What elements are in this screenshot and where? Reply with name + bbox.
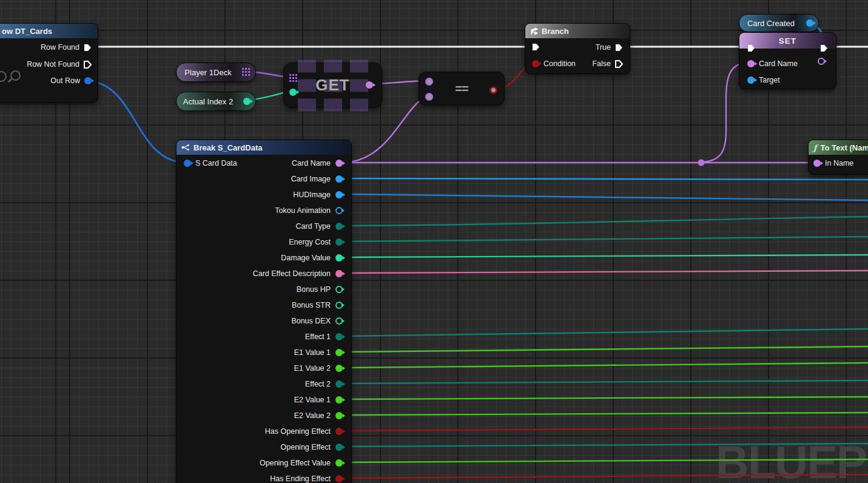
exec-in-pin[interactable] — [532, 42, 540, 53]
break-output-label: Energy Cost — [289, 238, 331, 246]
wire-outrow-scarddata[interactable] — [89, 81, 183, 163]
index-pin[interactable] — [289, 89, 297, 96]
pin-card-name[interactable]: Card Name — [747, 56, 798, 72]
node-branch[interactable]: Branch Condition True False — [525, 23, 630, 74]
pin-out-row[interactable]: Out Row — [50, 73, 92, 89]
branch-icon — [530, 27, 538, 35]
break-output-pin-card-effect-description[interactable] — [335, 270, 343, 277]
wire-e1-value-2[interactable] — [343, 363, 868, 368]
exec-out-pin[interactable] — [820, 44, 828, 55]
node-card-created-variable[interactable]: Card Created — [739, 14, 819, 32]
node-header-break[interactable]: Break S_CardData — [177, 140, 351, 155]
card-name-pin[interactable] — [747, 60, 755, 67]
break-output-label: Effect 1 — [305, 333, 331, 341]
condition-pin[interactable] — [532, 60, 539, 67]
break-output-pin-bonus-hp[interactable] — [335, 286, 343, 293]
exec-pin-icon[interactable] — [615, 60, 623, 68]
pin-row-found[interactable]: Row Found — [41, 39, 92, 55]
exec-pin-icon[interactable] — [615, 44, 623, 52]
break-output-pin-damage-value[interactable] — [335, 254, 343, 262]
wire-hudimage[interactable] — [343, 194, 868, 200]
wire-opening-effect-value[interactable] — [343, 459, 868, 462]
break-output-row: Card Effect Description — [177, 266, 351, 282]
wire-e1-value-1[interactable] — [343, 346, 868, 352]
break-output-pin-bonus-str[interactable] — [335, 302, 343, 309]
wire-card-effect-description[interactable] — [343, 271, 868, 273]
break-output-label: E2 Value 2 — [294, 411, 331, 420]
array-pin-icon[interactable] — [242, 68, 250, 76]
pin-in-name[interactable]: In Name — [813, 155, 853, 171]
break-output-pin-hudimage[interactable] — [335, 191, 343, 198]
node-get-datatable-row[interactable]: ow DT_Cards Row Found Row Not Found Out … — [0, 23, 98, 103]
node-player-deck-variable[interactable]: Player 1Deck — [176, 62, 256, 82]
wire-e2-value-2[interactable] — [343, 413, 868, 415]
exec-pin-icon[interactable] — [84, 44, 92, 52]
pin-true[interactable]: True — [596, 39, 623, 55]
equals-output-pin[interactable] — [490, 86, 497, 94]
break-output-pin-e1-value-1[interactable] — [335, 349, 343, 356]
get-output-pin[interactable] — [366, 81, 373, 89]
break-output-pin-opening-effect-value[interactable] — [335, 459, 343, 467]
wire-opening-effect[interactable] — [343, 444, 868, 447]
equals-input-b-pin[interactable] — [425, 93, 433, 101]
break-output-pin-effect-2[interactable] — [335, 380, 343, 388]
pin-target[interactable]: Target — [747, 72, 780, 88]
break-output-row: Tokou Animation — [177, 203, 351, 218]
pin-false[interactable]: False — [592, 56, 623, 72]
break-output-pin-card-type[interactable] — [335, 223, 343, 230]
break-output-pin-bonus-dex[interactable] — [335, 317, 343, 325]
wire-effect-1[interactable] — [343, 329, 868, 336]
break-output-pin-opening-effect[interactable] — [335, 444, 343, 451]
node-header-to-text[interactable]: ƒ To Text (Nam — [809, 140, 868, 155]
out-row-pin[interactable] — [84, 77, 92, 84]
reroute-node[interactable] — [698, 160, 705, 166]
node-header-branch[interactable]: Branch — [525, 24, 630, 38]
node-to-text-name[interactable]: ƒ To Text (Nam In Name — [808, 140, 868, 175]
break-output-label: Has Ending Effect — [270, 475, 331, 483]
wire-e2-value-1[interactable] — [343, 397, 868, 399]
pure-function-icon: ƒ — [813, 143, 817, 152]
node-break-s-carddata[interactable]: Break S_CardData S Card Data Card NameCa… — [176, 140, 352, 483]
wire-energy-cost[interactable] — [343, 237, 868, 242]
break-output-pin-tokou-animation[interactable] — [335, 207, 343, 214]
break-output-pin-card-name[interactable] — [335, 160, 343, 167]
node-title: Branch — [542, 27, 569, 36]
int-pin[interactable] — [243, 98, 251, 105]
node-set-card-name[interactable]: SET Card Name Target — [739, 32, 836, 89]
break-output-pin-card-image[interactable] — [335, 175, 343, 183]
target-pin[interactable] — [747, 76, 755, 84]
in-name-pin[interactable] — [813, 160, 821, 167]
array-input-pin-icon[interactable] — [289, 74, 297, 82]
blueprint-graph-canvas[interactable]: BLUEPRINT ow DT_Cards — [0, 0, 868, 483]
equals-input-a-pin[interactable] — [425, 78, 433, 86]
exec-in-pin[interactable] — [747, 44, 755, 55]
node-equals[interactable]: == — [419, 72, 505, 106]
node-title: ow DT_Cards — [2, 27, 52, 36]
wire-card-type[interactable] — [343, 217, 868, 226]
wire-card-image[interactable] — [343, 178, 868, 180]
wire-has-ending-effect[interactable] — [343, 475, 868, 478]
wire-has-opening-effect[interactable] — [343, 427, 868, 431]
wire-damage-value[interactable] — [343, 255, 868, 257]
break-output-pin-e1-value-2[interactable] — [335, 365, 343, 372]
break-output-pin-energy-cost[interactable] — [335, 238, 343, 246]
node-actual-index-variable[interactable]: Actual Index 2 — [176, 92, 256, 111]
break-output-pin-has-ending-effect[interactable] — [335, 475, 343, 482]
break-output-row: Has Opening Effect — [177, 424, 351, 439]
break-output-row: Effect 1 — [177, 329, 351, 345]
break-pins: Card NameCard ImageHUDImageTokou Animati… — [177, 155, 351, 483]
node-array-get[interactable]: GET — [283, 62, 382, 108]
break-output-row: Opening Effect Value — [177, 455, 351, 471]
pin-row-not-found[interactable]: Row Not Found — [27, 56, 92, 72]
search-icon — [10, 70, 21, 81]
card-created-pin[interactable] — [806, 19, 813, 27]
break-output-pin-has-opening-effect[interactable] — [335, 428, 343, 435]
card-name-output-pin[interactable] — [818, 58, 825, 65]
break-output-pin-e2-value-2[interactable] — [335, 412, 343, 419]
exec-pin-icon[interactable] — [84, 61, 92, 69]
node-header-dt-cards[interactable]: ow DT_Cards — [0, 24, 98, 38]
pin-condition[interactable]: Condition — [532, 56, 576, 72]
break-output-pin-e2-value-1[interactable] — [335, 396, 343, 404]
break-output-pin-effect-1[interactable] — [335, 333, 343, 340]
wire-effect-2[interactable] — [343, 380, 868, 383]
